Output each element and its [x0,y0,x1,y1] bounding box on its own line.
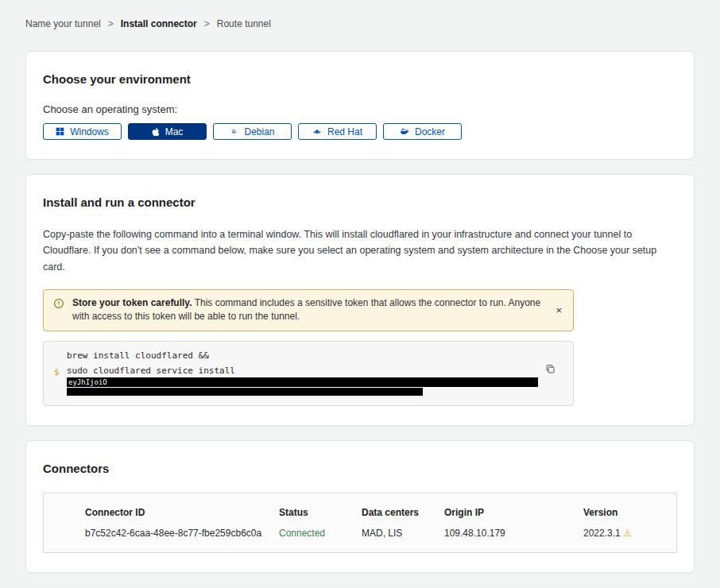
os-button-label: Docker [415,126,445,137]
column-header-status: Status [279,507,362,518]
environment-card: Choose your environment Choose an operat… [25,51,695,160]
token-warning-text: Store your token carefully. This command… [72,296,544,324]
windows-icon [56,127,64,136]
cell-origin-ip: 109.48.10.179 [444,528,583,539]
column-header-connector-id: Connector ID [85,507,279,518]
alert-circle-icon [53,298,64,309]
breadcrumb-step-route-tunnel[interactable]: Route tunnel [217,18,271,29]
install-command-block: $ brew install cloudflared && sudo cloud… [43,341,574,406]
column-header-data-centers: Data centers [362,507,444,518]
os-button-label: Windows [70,126,109,137]
install-connector-description: Copy-paste the following command into a … [43,226,675,275]
version-value: 2022.3.1 [583,528,621,539]
copy-icon[interactable] [544,362,557,378]
apple-icon [152,127,160,137]
docker-icon [400,127,409,136]
connectors-card: Connectors Connector ID Status Data cent… [25,440,695,573]
code-line-2: sudo cloudflared service install [67,366,541,376]
install-connector-title: Install and run a connector [43,195,677,209]
token-redacted-bar [67,388,423,396]
token-prefix: eyJhIjoiO [68,378,107,386]
token-warning-bold: Store your token carefully. [72,297,192,308]
token-redacted-line: eyJhIjoiO [67,377,538,387]
os-button-label: Red Hat [327,126,362,137]
code-lines: brew install cloudflared && sudo cloudfl… [67,350,541,396]
debian-icon [230,127,238,136]
os-button-debian[interactable]: Debian [213,123,292,140]
os-button-label: Mac [165,126,184,137]
version-warning-icon: ⚠ [624,528,632,538]
redhat-icon [312,127,322,136]
code-line-1: brew install cloudflared && [67,350,541,361]
breadcrumb-step-install-connector[interactable]: Install connector [121,18,197,29]
breadcrumb-step-name-your-tunnel[interactable]: Name your tunnel [25,18,101,29]
page: Name your tunnel > Install connector > R… [0,0,720,588]
cell-version: 2022.3.1⚠ [583,528,668,539]
os-button-windows[interactable]: Windows [43,123,122,140]
os-button-redhat[interactable]: Red Hat [298,123,377,140]
connectors-table: Connector ID Status Data centers Origin … [43,493,677,553]
connectors-title: Connectors [43,462,677,475]
breadcrumb: Name your tunnel > Install connector > R… [25,0,695,29]
token-warning-banner: Store your token carefully. This command… [43,289,574,331]
shell-prompt: $ [54,367,60,377]
os-button-docker[interactable]: Docker [383,123,462,140]
column-header-version: Version [583,507,668,518]
os-button-group: Windows Mac Debian Red Hat [43,123,677,140]
os-button-label: Debian [244,126,274,137]
column-header-origin-ip: Origin IP [444,507,583,518]
breadcrumb-separator: > [108,18,114,29]
status-badge: Connected [279,528,362,539]
cell-connector-id: b7c52c42-6caa-48ee-8c77-fbe259cb6c0a [85,528,279,539]
close-icon[interactable]: × [552,304,565,317]
os-select-label: Choose an operating system: [43,103,677,115]
cell-data-centers: MAD, LIS [362,528,444,539]
os-button-mac[interactable]: Mac [128,123,207,140]
install-connector-card: Install and run a connector Copy-paste t… [25,174,695,426]
breadcrumb-separator: > [204,18,210,29]
environment-card-title: Choose your environment [43,72,677,86]
